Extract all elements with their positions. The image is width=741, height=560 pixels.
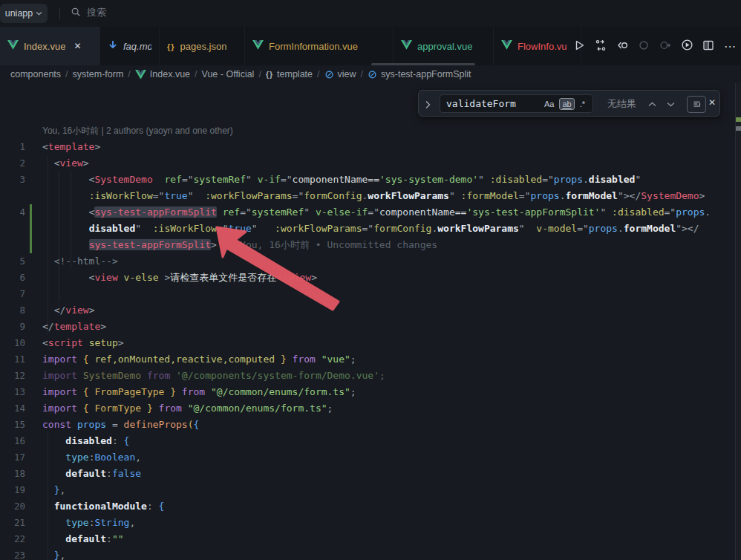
code-text: <SystemDemo ref="systemRef" v-if="compon… [42,172,641,188]
code-line-13[interactable]: 13import { FromPageType } from "@/common… [0,384,731,400]
breadcrumb-item-index-vue[interactable]: Index.vue [135,69,190,79]
split-editor-button[interactable] [700,38,716,54]
code-text: import { FromPageType } from "@/common/e… [42,384,356,400]
breadcrumb-item-sys-test-appformsplit[interactable]: sys-test-appFormSplit [368,69,471,79]
vue-icon [135,70,146,79]
code-line-18[interactable]: 18 default:false [0,466,731,482]
breadcrumb-item-vue-official[interactable]: Vue - Official [202,69,255,79]
whole-word-button[interactable]: ab [559,98,574,110]
symbol-circle-icon [368,70,377,79]
line-number: 5 [0,253,25,270]
run-button[interactable] [571,38,587,54]
code-line-4[interactable]: 4 <sys-test-appFormSplit ref="systemRef"… [0,204,731,221]
line-number: 13 [0,384,25,400]
nav-circle-button[interactable] [636,38,652,54]
match-case-button[interactable]: Aa [541,98,557,110]
code-line-22[interactable]: 22 default:"" [0,531,731,547]
line-number: 2 [0,155,25,172]
code-line-6[interactable]: 6 <view v-else >请检查表单文件是否存在</view> [0,270,731,286]
line-number: 3 [0,172,25,188]
circle-arrow-icon [659,39,671,53]
vscode-window: uniapp 搜索 Index.vue✕faq.md{}pages.jsonFo… [0,0,741,560]
code-text: import { ref,onMounted,reactive,computed… [42,351,356,368]
code-text: disabled" :isWorkFlow="true" :workFlowPa… [42,221,699,237]
code-text: type:String, [42,515,135,531]
tab-pages-json[interactable]: {}pages.json [160,27,245,65]
code-text: </view> [42,302,94,319]
find-next-button[interactable] [664,97,677,111]
code-line-21[interactable]: 21 type:String, [0,515,731,531]
more-actions-button[interactable]: ⋯ [722,38,738,54]
code-line-7[interactable]: 7 [0,286,731,302]
compare-changes-button[interactable] [593,38,609,54]
search-icon [71,7,81,19]
code-line-23[interactable]: 23 }, [0,547,731,560]
tab-label: approval.vue [417,41,472,52]
code-line-11[interactable]: 11import { ref,onMounted,reactive,comput… [0,351,731,368]
open-preview-button[interactable] [614,38,630,54]
line-number: 7 [0,286,25,302]
line-number: 19 [0,482,25,498]
code-text: <!--html--> [42,253,118,270]
code-line-2[interactable]: 2 <view> [0,155,731,172]
breadcrumb-item-components[interactable]: components [10,69,61,79]
code-line-14[interactable]: 14import { FormType } from "@/common/enu… [0,400,731,417]
toggle-replace-chevron-icon[interactable] [425,99,431,112]
close-icon[interactable]: ✕ [74,41,81,51]
breadcrumb-item-template[interactable]: {}template [266,69,313,79]
breadcrumb-separator: / [65,69,68,79]
code-line-12[interactable]: 12import SystemDemo from '@/components/s… [0,368,731,384]
chevron-down-icon [36,8,42,19]
code-line-5[interactable]: 5 <!--html--> [0,253,731,270]
tab-flowinfo-vu[interactable]: FlowInfo.vu [494,27,581,65]
code-line-8[interactable]: 8 </view> [0,302,731,319]
title-bar: uniapp 搜索 [0,0,741,27]
tab-label: Index.vue [24,41,65,52]
code-text: type:Boolean, [42,449,141,466]
breadcrumb-label: system-form [73,69,124,79]
code-text: <script setup> [42,335,124,351]
code-line-wrap[interactable]: disabled" :isWorkFlow="true" :workFlowPa… [0,221,731,237]
breadcrumb-item-view[interactable]: view [324,69,356,79]
tab-approval-vue[interactable]: approval.vue [394,27,494,65]
breadcrumb-label: sys-test-appFormSplit [381,69,471,79]
find-previous-button[interactable] [645,97,659,111]
code-line-19[interactable]: 19 }, [0,482,731,498]
run-icon [573,39,585,53]
project-menu[interactable]: uniapp [0,4,48,23]
code-line-10[interactable]: 10<script setup> [0,335,731,351]
code-text: <view> [42,155,89,172]
code-line-15[interactable]: 15const props = defineProps({ [0,417,731,433]
code-line-9[interactable]: 9</template> [0,319,731,335]
breadcrumb-label: components [10,69,61,79]
editor-pane[interactable]: You, 16小时前 | 2 authors (yaoyn and one ot… [0,83,741,560]
code-line-17[interactable]: 17 type:Boolean, [0,449,731,466]
run-code-button[interactable] [679,38,695,54]
code-text: disabled: { [42,433,129,449]
breadcrumb-label: template [277,69,313,79]
code-line-3[interactable]: 3 <SystemDemo ref="systemRef" v-if="comp… [0,172,731,188]
code-line-16[interactable]: 16 disabled: { [0,433,731,449]
tab-index-vue[interactable]: Index.vue✕ [0,27,100,65]
tab-faq-md[interactable]: faq.md [100,27,160,65]
code-line-wrap[interactable]: sys-test-appFormSplit> You, 16小时前 • Unco… [0,237,731,253]
breadcrumb-item-system-form[interactable]: system-form [73,69,124,79]
regex-button[interactable]: .* [577,98,588,110]
gitlens-annotation: You, 16小时前 | 2 authors (yaoyn and one ot… [42,123,233,139]
global-search[interactable]: 搜索 [71,6,106,19]
tab-forminformation-vue[interactable]: FormInformation.vue [245,27,394,65]
markdown-icon [108,40,118,53]
vue-icon [7,40,19,52]
code-text: functionalModule: { [42,498,164,515]
vue-icon [252,40,264,52]
code-line-1[interactable]: 1<template> [0,139,731,155]
find-in-selection-button[interactable] [687,96,706,113]
code-text: import { FormType } from "@/common/enums… [42,400,333,417]
close-icon[interactable]: ✕ [708,97,716,108]
find-input[interactable]: validateForm Aa ab .* [440,94,593,113]
tab-label: faq.md [123,41,151,52]
code-line-20[interactable]: 20 functionalModule: { [0,498,731,515]
nav-forward-button[interactable] [657,38,673,54]
overview-ruler[interactable] [735,83,741,560]
code-line-wrap[interactable]: :isWorkFlow="true" :workFlowParams="form… [0,188,731,204]
